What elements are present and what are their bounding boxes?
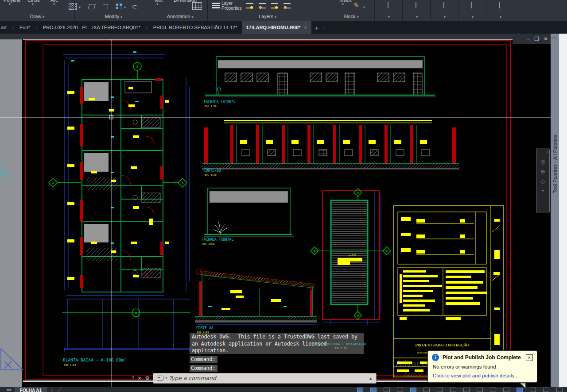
pan-icon[interactable]: ⊕ [540, 169, 545, 175]
layer-lock-icon[interactable] [284, 3, 291, 9]
panel-layers[interactable]: Layers▾ [207, 14, 328, 21]
chevron-down-icon[interactable]: ▾ [542, 188, 544, 194]
layer-freeze-icon[interactable] [271, 3, 278, 9]
chevron-down-icon[interactable]: ▾ [363, 5, 365, 9]
minimize-icon[interactable]: – [527, 36, 530, 42]
close-icon[interactable]: ✕ [137, 375, 142, 381]
array-icon[interactable] [116, 4, 122, 9]
chevron-down-icon[interactable]: ▾ [156, 2, 158, 6]
svg-text:B: B [136, 65, 138, 69]
ortho-mode-icon[interactable] [384, 388, 390, 392]
selection-cycling-icon[interactable] [490, 388, 496, 392]
table-icon[interactable] [192, 2, 202, 10]
collapsed-panel-grip [471, 2, 472, 8]
customize-wrench-icon[interactable]: ⚙ [145, 375, 150, 381]
layer-properties-label[interactable]: Layer Properties [221, 1, 242, 11]
command-prompt-icon [157, 376, 163, 380]
file-tab-euri[interactable]: Euri* [15, 21, 35, 34]
chevron-down-icon[interactable]: ▾ [342, 2, 344, 6]
status-bar: ◀▶ FOLHA A1 + / [0, 387, 567, 392]
offset-icon[interactable] [103, 4, 108, 9]
drag-grip-icon[interactable]: ⠿ [131, 376, 134, 380]
panel-collapsed[interactable]: ▾ [430, 14, 458, 21]
command-dock: ⠿ ✕ ⚙ ▾ Type a command ▲ [131, 372, 377, 384]
stretch-icon[interactable] [88, 4, 96, 9]
hatch-icon[interactable] [69, 3, 77, 10]
panel-collapsed[interactable]: ▾ [458, 14, 486, 21]
close-icon[interactable]: ✕ [544, 36, 548, 42]
annotation-monitor-icon[interactable] [530, 388, 536, 392]
chevron-down-icon[interactable]: ▾ [32, 2, 34, 6]
panel-collapsed[interactable]: ▾ [402, 14, 430, 21]
otrack-icon[interactable] [423, 388, 430, 392]
osnap-icon[interactable] [410, 388, 416, 392]
new-tab-button[interactable]: + [311, 24, 322, 31]
layout-tab-folha-a1[interactable]: FOLHA A1 [15, 387, 47, 392]
dyn-ucs-icon[interactable] [437, 388, 443, 392]
new-layout-button[interactable]: + [50, 387, 54, 392]
svg-text:ESC 1:50: ESC 1:50 [202, 242, 214, 245]
drawing-canvas[interactable]: A A B B PLANTA BAIXA - A=108.00m² ESC 1:… [0, 34, 567, 387]
panel-block[interactable]: Block▾ [328, 14, 374, 21]
panel-annotation[interactable]: Annotation▾ [153, 14, 207, 21]
polar-tracking-icon[interactable] [397, 388, 403, 392]
palette-edge [559, 34, 567, 387]
plot-details-link[interactable]: Click to view plot and publish details..… [433, 373, 533, 378]
file-tab-proj026[interactable]: PROJ.026-2020 - PL...IXA TÉRREO ARQ01* [39, 21, 145, 34]
circle-tool-label[interactable]: Circle [27, 0, 40, 3]
command-input[interactable]: ▾ Type a command ▲ [153, 373, 377, 384]
collapsed-panel-grip [499, 2, 500, 8]
clean-screen-icon[interactable] [556, 388, 563, 392]
layer-properties-icon[interactable] [212, 3, 220, 9]
steering-wheel-icon[interactable]: ◎ [540, 159, 545, 165]
close-icon[interactable]: × [526, 354, 533, 361]
orbit-icon[interactable]: ◇ [541, 178, 545, 184]
fillet-icon[interactable]: ⊂ [132, 4, 137, 9]
panel-draw[interactable]: Draw▾ [0, 14, 74, 21]
panel-modify[interactable]: Modify▾ [74, 14, 153, 21]
chevron-down-icon[interactable]: ▾ [9, 2, 11, 6]
annotation-scale-icon[interactable] [503, 388, 509, 392]
close-icon[interactable]: × [304, 25, 307, 30]
transparency-icon[interactable] [477, 388, 483, 392]
text-tool-label[interactable]: Text [154, 0, 163, 3]
file-tab-roberto[interactable]: PROJ. ROBERTO SEBASTIÃO 14.12* [149, 21, 242, 34]
status-toggles [357, 387, 567, 392]
file-tab-active-174-arq-hiromu[interactable]: 174-ARQ-HIROMU-R00* × [242, 21, 311, 34]
fachada-lateral-label: FACHADA LATERAL [204, 100, 236, 104]
layer-state-icon[interactable] [246, 3, 253, 9]
layout-nav-arrows[interactable]: ◀▶ [6, 388, 13, 392]
restore-icon[interactable]: ❐ [534, 36, 539, 42]
expand-history-icon[interactable]: ▲ [369, 376, 373, 380]
panel-collapsed[interactable]: ▾ [486, 14, 514, 21]
balloon-title: Plot and Publish Job Complete [443, 354, 521, 361]
close-icon[interactable]: × [546, 149, 548, 155]
command-history-line: Command: [190, 365, 217, 372]
workspace-icon[interactable] [517, 388, 523, 392]
command-placeholder: Type a command [169, 375, 367, 381]
lineweight-icon[interactable] [463, 388, 470, 392]
chevron-down-icon[interactable]: ▾ [53, 2, 55, 6]
layer-isolate-icon[interactable] [259, 3, 266, 9]
svg-text:ESC 1:50: ESC 1:50 [64, 364, 76, 366]
units-icon[interactable] [543, 388, 549, 392]
snap-mode-icon[interactable] [357, 388, 363, 392]
collapsed-panel-grip [388, 2, 388, 8]
chevron-down-icon[interactable]: ▾ [79, 5, 81, 9]
titleblock-heading: PROJETO PARA CONSTRUÇÃO [415, 343, 469, 347]
svg-text:ESC 1:50: ESC 1:50 [205, 173, 217, 176]
panel-collapsed[interactable]: ▾ [374, 14, 402, 21]
corte-aa-label: CORTE-AA [196, 326, 214, 330]
chevron-down-icon[interactable]: ▾ [165, 376, 167, 380]
svg-text:B: B [135, 311, 137, 315]
chevron-down-icon[interactable]: ▾ [124, 5, 126, 9]
polyline-tool-label[interactable]: Polyline [4, 0, 21, 3]
trusteddwg-tooltip: Autodesk DWG. This file is a TrustedDWG … [190, 333, 364, 354]
tool-palettes-bar[interactable]: ⠿⠿ Tool Palettes - All Palettes [551, 34, 559, 387]
grid-mode-icon[interactable] [370, 388, 377, 392]
fachada-frontal-label: FACHADA FRONTAL [202, 238, 233, 242]
dynamic-input-icon[interactable] [450, 388, 456, 392]
insert-tool-label[interactable]: Insert [339, 0, 352, 3]
block-edit-icon[interactable]: ✎ [353, 2, 359, 8]
file-tab-start[interactable]: art [0, 21, 11, 34]
